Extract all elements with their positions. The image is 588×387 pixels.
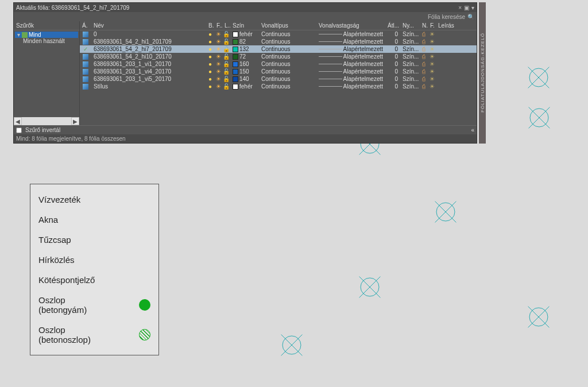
scroll-right-icon[interactable]: ▶	[71, 117, 79, 125]
newvp-freeze-toggle[interactable]: ☀	[428, 38, 436, 45]
plotstyle-cell[interactable]: Szín...	[400, 53, 420, 60]
on-toggle[interactable]: ●	[206, 76, 214, 82]
freeze-toggle[interactable]: ☀	[214, 68, 222, 75]
newvp-freeze-toggle[interactable]: ☀	[428, 31, 436, 37]
newvp-freeze-toggle[interactable]: ☀	[428, 76, 436, 82]
lock-toggle[interactable]: 🔓	[222, 61, 230, 67]
tree-expand-icon[interactable]: ▾	[16, 32, 21, 38]
table-row[interactable]: 638693061_203_1_vi4_20170●☀🔓150Continuou…	[80, 68, 477, 75]
col-plot[interactable]: N.	[420, 21, 428, 30]
plotstyle-cell[interactable]: Szín...	[400, 68, 420, 75]
plot-toggle[interactable]: ⎙	[420, 31, 428, 37]
lineweight-cell[interactable]: Alapértelmezett	[316, 61, 385, 67]
lineweight-cell[interactable]: Alapértelmezett	[316, 68, 385, 75]
freeze-toggle[interactable]: ☀	[214, 76, 222, 82]
col-lock[interactable]: L...	[222, 21, 230, 30]
on-toggle[interactable]: ●	[206, 83, 214, 90]
col-freeze[interactable]: F...	[214, 21, 222, 30]
col-name[interactable]: Név	[91, 21, 206, 30]
transparency-cell[interactable]: 0	[385, 53, 400, 60]
plotstyle-cell[interactable]: Szín...	[400, 76, 420, 82]
plotstyle-cell[interactable]: Szín...	[400, 46, 420, 52]
pin-icon[interactable]: ▣	[464, 5, 469, 11]
table-header[interactable]: Á. Név B. F... L... Szín Vonaltípus Vona…	[80, 21, 477, 30]
on-toggle[interactable]: ●	[206, 68, 214, 75]
lineweight-cell[interactable]: Alapértelmezett	[316, 31, 385, 37]
plot-toggle[interactable]: ⎙	[420, 83, 428, 90]
color-cell[interactable]: 160	[230, 61, 259, 67]
plot-toggle[interactable]: ⎙	[420, 46, 428, 52]
plot-toggle[interactable]: ⎙	[420, 61, 428, 67]
scroll-left-icon[interactable]: ◀	[14, 117, 22, 125]
linetype-cell[interactable]: Continuous	[259, 68, 316, 75]
col-desc[interactable]: Leírás	[436, 21, 477, 30]
lineweight-cell[interactable]: Alapértelmezett	[316, 46, 385, 52]
color-cell[interactable]: 82	[230, 38, 259, 45]
table-row[interactable]: 638693061_203_1_vi1_20170●☀🔓160Continuou…	[80, 60, 477, 68]
plotstyle-cell[interactable]: Szín...	[400, 83, 420, 90]
color-cell[interactable]: 132	[230, 46, 259, 52]
on-toggle[interactable]: ●	[206, 46, 214, 52]
transparency-cell[interactable]: 0	[385, 68, 400, 75]
tree-item[interactable]: ▾Mind	[15, 32, 78, 38]
col-linetype[interactable]: Vonaltípus	[259, 21, 316, 30]
table-row[interactable]: 638693061_54_2_hi10_20170●☀🔓72Continuous…	[80, 53, 477, 60]
col-transparency[interactable]: Átl...	[385, 21, 400, 30]
plot-toggle[interactable]: ⎙	[420, 38, 428, 45]
freeze-toggle[interactable]: ☀	[214, 83, 222, 90]
on-toggle[interactable]: ●	[206, 53, 214, 60]
col-on[interactable]: B.	[206, 21, 214, 30]
newvp-freeze-toggle[interactable]: ☀	[428, 61, 436, 67]
tree-item[interactable]: Minden használt	[15, 38, 78, 44]
plotstyle-cell[interactable]: Szín...	[400, 61, 420, 67]
lock-toggle[interactable]: 🔓	[222, 31, 230, 37]
lineweight-cell[interactable]: Alapértelmezett	[316, 38, 385, 45]
lock-toggle[interactable]: 🔓	[222, 68, 230, 75]
color-cell[interactable]: 150	[230, 68, 259, 75]
col-status[interactable]: Á.	[80, 21, 91, 30]
color-cell[interactable]: fehér	[230, 31, 259, 37]
color-cell[interactable]: 140	[230, 76, 259, 82]
plotstyle-cell[interactable]: Szín...	[400, 38, 420, 45]
transparency-cell[interactable]: 0	[385, 83, 400, 90]
col-lineweight[interactable]: Vonalvastagság	[316, 21, 385, 30]
table-row[interactable]: 0●☀🔓fehérContinuous Alapértelmezett0Szín…	[80, 30, 477, 38]
linetype-cell[interactable]: Continuous	[259, 61, 316, 67]
lineweight-cell[interactable]: Alapértelmezett	[316, 83, 385, 90]
lineweight-cell[interactable]: Alapértelmezett	[316, 76, 385, 82]
lineweight-cell[interactable]: Alapértelmezett	[316, 53, 385, 60]
col-plotstyle[interactable]: Ny...	[400, 21, 420, 30]
linetype-cell[interactable]: Continuous	[259, 31, 316, 37]
newvp-freeze-toggle[interactable]: ☀	[428, 83, 436, 90]
transparency-cell[interactable]: 0	[385, 61, 400, 67]
lock-toggle[interactable]: 🔓	[222, 83, 230, 90]
table-row[interactable]: 638693061_203_1_vi5_20170●☀🔓140Continuou…	[80, 75, 477, 83]
freeze-toggle[interactable]: ☀	[214, 61, 222, 67]
lock-toggle[interactable]: 🔓	[222, 53, 230, 60]
linetype-cell[interactable]: Continuous	[259, 38, 316, 45]
newvp-freeze-toggle[interactable]: ☀	[428, 53, 436, 60]
linetype-cell[interactable]: Continuous	[259, 76, 316, 82]
freeze-toggle[interactable]: ☀	[214, 38, 222, 45]
table-row[interactable]: 638693061_54_2_hi1_201709●☀🔓82Continuous…	[80, 38, 477, 45]
transparency-cell[interactable]: 0	[385, 46, 400, 52]
freeze-toggle[interactable]: ☀	[214, 53, 222, 60]
table-row[interactable]: Stílus●☀🔓fehérContinuous Alapértelmezett…	[80, 83, 477, 90]
panel-titlebar[interactable]: Aktuális fólia: 638693061_54_2_hi7_20170…	[14, 3, 477, 12]
invert-filter-checkbox[interactable]	[16, 127, 22, 133]
freeze-toggle[interactable]: ☀	[214, 46, 222, 52]
tree-horizontal-scrollbar[interactable]: ◀ ▶	[14, 117, 79, 125]
linetype-cell[interactable]: Continuous	[259, 46, 316, 52]
plotstyle-cell[interactable]: Szín...	[400, 31, 420, 37]
table-row[interactable]: ✓638693061_54_2_hi7_201709●☀🔓132Continuo…	[80, 45, 477, 53]
newvp-freeze-toggle[interactable]: ☀	[428, 68, 436, 75]
linetype-cell[interactable]: Continuous	[259, 83, 316, 90]
plot-toggle[interactable]: ⎙	[420, 76, 428, 82]
transparency-cell[interactable]: 0	[385, 38, 400, 45]
lock-toggle[interactable]: 🔓	[222, 38, 230, 45]
plot-toggle[interactable]: ⎙	[420, 68, 428, 75]
transparency-cell[interactable]: 0	[385, 76, 400, 82]
footer-collapse-icon[interactable]: «	[471, 127, 474, 133]
menu-icon[interactable]: ▾	[471, 5, 474, 11]
close-icon[interactable]: ×	[458, 5, 462, 11]
